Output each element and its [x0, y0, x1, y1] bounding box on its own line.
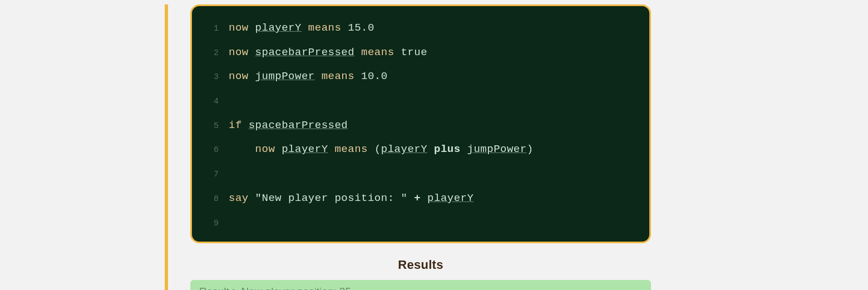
code-line: 5if spacebarPressed	[203, 114, 638, 138]
results-heading: Results	[190, 258, 651, 272]
line-number: 9	[203, 214, 219, 234]
code-line: 4	[203, 89, 638, 114]
code-content	[229, 89, 235, 114]
code-content: now playerY means (playerY plus jumpPowe…	[229, 137, 534, 162]
code-content: now playerY means 15.0	[229, 16, 374, 41]
code-line: 7	[203, 162, 638, 186]
line-number: 2	[203, 44, 219, 63]
accent-bar	[165, 4, 168, 290]
code-content	[229, 211, 235, 235]
code-line: 9	[203, 211, 638, 235]
result-output: Result > New player position: 25	[190, 280, 651, 290]
code-block: 1now playerY means 15.02now spacebarPres…	[190, 4, 651, 243]
line-number: 4	[203, 92, 219, 112]
line-number: 8	[203, 190, 219, 209]
code-line: 6 now playerY means (playerY plus jumpPo…	[203, 137, 638, 162]
line-number: 7	[203, 165, 219, 185]
line-number: 3	[203, 68, 219, 87]
line-number: 6	[203, 141, 219, 160]
code-line: 8say "New player position: " + playerY	[203, 186, 638, 211]
code-line: 2now spacebarPressed means true	[203, 41, 638, 65]
line-number: 5	[203, 117, 219, 136]
code-content: now jumpPower means 10.0	[229, 65, 388, 89]
code-line: 1now playerY means 15.0	[203, 16, 638, 41]
line-number: 1	[203, 19, 219, 39]
code-line: 3now jumpPower means 10.0	[203, 65, 638, 89]
code-content: say "New player position: " + playerY	[229, 186, 474, 211]
code-content: now spacebarPressed means true	[229, 41, 427, 65]
code-content	[229, 162, 235, 186]
code-content: if spacebarPressed	[229, 114, 348, 138]
